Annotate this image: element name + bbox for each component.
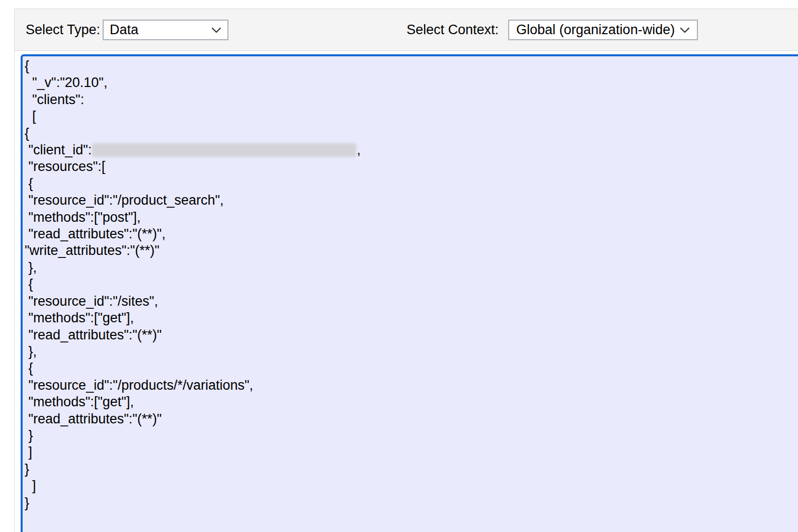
code-line: [	[25, 108, 798, 125]
code-line: {	[25, 360, 798, 377]
code-line: {	[25, 276, 798, 293]
code-line: "methods":["get"],	[25, 310, 798, 326]
code-line: },	[25, 343, 798, 360]
ocapi-settings-panel: Select Type: Data Select Context: Global…	[14, 9, 798, 532]
context-select[interactable]: Global (organization-wide)	[508, 20, 698, 40]
code-line: "write_attributes":"(**)"	[25, 242, 798, 259]
redacted-client-id	[92, 143, 356, 157]
code-line: "clients":	[25, 92, 798, 108]
code-line: "resource_id":"/products/*/variations",	[25, 377, 798, 394]
code-line: "read_attributes":"(**)"	[25, 411, 798, 427]
chevron-down-icon	[211, 27, 221, 33]
code-line: {	[25, 125, 798, 142]
select-type-label: Select Type:	[26, 22, 100, 38]
type-select-value: Data	[110, 22, 138, 38]
code-line: }	[25, 461, 798, 478]
select-context-label: Select Context:	[407, 22, 499, 38]
code-line: "resource_id":"/product_search",	[25, 192, 798, 209]
code-line: "client_id":,	[25, 142, 798, 158]
code-line: }	[25, 427, 798, 444]
code-line: "read_attributes":"(**)",	[25, 226, 798, 242]
code-line: ]	[25, 478, 798, 494]
code-line: }	[25, 495, 798, 511]
chevron-down-icon	[680, 27, 690, 33]
context-select-value: Global (organization-wide)	[516, 22, 675, 38]
code-line: "methods":["get"],	[25, 394, 798, 410]
type-select[interactable]: Data	[103, 20, 228, 40]
settings-toolbar: Select Type: Data Select Context: Global…	[15, 9, 798, 51]
code-line: "resources":[	[25, 158, 798, 175]
code-line: "methods":["post"],	[25, 209, 798, 226]
json-settings-textarea[interactable]: { "_v":"20.10", "clients": [{ "client_id…	[21, 54, 798, 532]
code-line: "_v":"20.10",	[25, 74, 798, 91]
code-line: {	[25, 175, 798, 192]
code-line: ]	[25, 444, 798, 461]
code-line: {	[25, 58, 798, 74]
code-line: },	[25, 259, 798, 276]
code-line: "resource_id":"/sites",	[25, 293, 798, 310]
code-line: "read_attributes":"(**)"	[25, 327, 798, 343]
